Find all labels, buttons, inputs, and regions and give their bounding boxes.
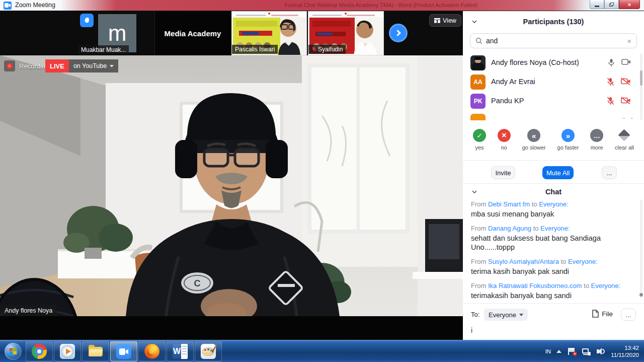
participants-actions: Invite Mute All ... (463, 166, 644, 180)
chat-header[interactable]: Chat (463, 185, 644, 198)
svg-text:C: C (194, 278, 201, 288)
nonverbal-feedback-bar: ✓ yes × no « go slower » go faster … m (463, 129, 644, 156)
participant-row[interactable]: AA Andy Ar Evrai (463, 73, 640, 92)
collapse-chevron-icon[interactable] (472, 189, 477, 194)
chevron-right-icon (394, 30, 401, 36)
chrome-icon (32, 344, 47, 359)
taskbar-zoom[interactable] (110, 341, 137, 361)
check-icon: ✓ (473, 129, 486, 142)
audience-dropdown[interactable]: Everyone (484, 309, 528, 321)
file-button[interactable]: File (592, 310, 613, 318)
search-input[interactable] (486, 37, 623, 45)
video-off-icon (621, 78, 631, 85)
taskbar-chrome[interactable] (26, 341, 53, 361)
video-on-icon (621, 58, 631, 65)
divider (463, 183, 644, 184)
participant-name-label: Muakbar Muak... (78, 45, 129, 54)
reaction-yes[interactable]: ✓ yes (473, 129, 486, 156)
thumbnail-muakbar[interactable]: m Muakbar Muak... (78, 11, 155, 55)
next-page-button[interactable] (389, 24, 408, 42)
taskbar-firefox[interactable] (138, 341, 166, 361)
participant-name-label: Pascalis Iswari (232, 45, 278, 54)
rewind-icon: « (527, 129, 540, 142)
close-button[interactable]: × (619, 0, 640, 9)
chat-more-button[interactable]: ... (621, 309, 636, 321)
reaction-more[interactable]: … more (590, 129, 603, 156)
network-icon[interactable] (582, 347, 591, 355)
zoom-app-icon (4, 2, 12, 10)
recording-indicator: Recording (4, 60, 49, 71)
participants-title: Participants (130) (463, 15, 644, 26)
participant-row[interactable]: PK Pandu KP (463, 92, 640, 111)
reaction-go-slower[interactable]: « go slower (522, 129, 546, 156)
time: 13:42 (611, 344, 639, 351)
live-badge[interactable]: LIVE on YouTube (45, 59, 118, 73)
chat-scrollbar-thumb[interactable] (639, 293, 643, 297)
view-grid-icon (434, 18, 440, 23)
date: 11/11/2020 (611, 351, 639, 358)
video-off-icon (621, 97, 631, 104)
ellipsis-icon: … (590, 129, 603, 142)
taskbar-file-explorer[interactable] (82, 341, 109, 361)
participants-scrollbar-thumb[interactable] (640, 70, 642, 86)
to-label: To: (471, 311, 479, 318)
windows-taskbar: W IN × 13:42 11/11/2020 (0, 340, 644, 362)
video-filmstrip: m Muakbar Muak... Media Academy (0, 11, 463, 55)
clock[interactable]: 13:42 11/11/2020 (611, 344, 639, 358)
view-button[interactable]: View (429, 14, 461, 27)
chat-input[interactable]: i (471, 326, 632, 334)
search-icon (475, 37, 482, 44)
restore-button[interactable] (604, 0, 619, 9)
divider (463, 303, 644, 304)
window-titlebar: Zoom Meeting Format Chat Webinar Media A… (0, 0, 644, 11)
reaction-go-faster[interactable]: » go faster (557, 129, 579, 156)
language-indicator[interactable]: IN (545, 348, 551, 354)
desktop: Zoom Meeting Format Chat Webinar Media A… (0, 0, 644, 362)
more-options-button[interactable]: ... (602, 166, 617, 179)
clear-all[interactable]: clear all (615, 129, 634, 156)
participants-search[interactable]: × (470, 33, 637, 48)
volume-icon[interactable] (596, 347, 605, 355)
start-button[interactable] (1, 341, 25, 361)
mute-all-button[interactable]: Mute All (542, 166, 574, 179)
muted-mic-icon (311, 47, 316, 52)
chat-scrollbar-track[interactable] (640, 199, 642, 298)
chat-message: From Debi Smart fm to Everyone: mba susi… (471, 200, 630, 219)
caret-down-icon (519, 314, 523, 316)
participants-scrollbar-track[interactable] (640, 53, 642, 120)
reaction-no[interactable]: × no (498, 129, 511, 156)
main-speaker-video: C (0, 55, 463, 316)
action-center-flag-icon[interactable]: × (567, 347, 576, 355)
participant-row[interactable]: Andy flores Noya (Co-host) (463, 53, 640, 73)
video-letterbox (0, 316, 463, 340)
thumbnail-pascalis[interactable]: Pascalis Iswari (231, 11, 307, 55)
clear-search-icon[interactable]: × (627, 37, 631, 45)
meeting-side-panel: Participants (130) × Andy flores Noya (C… (463, 11, 644, 340)
taskbar-media-player[interactable] (54, 341, 81, 361)
collapse-chevron-icon[interactable] (472, 19, 477, 24)
thumbnail-syaifudin[interactable]: Syaifudin (308, 11, 384, 55)
paint-icon (201, 344, 216, 359)
hidden-icons-arrow[interactable] (556, 350, 561, 353)
video-area: m Muakbar Muak... Media Academy (0, 11, 463, 340)
chat-messages: From Debi Smart fm to Everyone: mba susi… (471, 200, 630, 306)
invite-button[interactable]: Invite (491, 166, 515, 179)
fast-forward-icon: » (561, 129, 575, 142)
firefox-icon (144, 344, 159, 359)
minimize-button[interactable] (590, 0, 604, 9)
participants-header[interactable]: Participants (130) (463, 15, 644, 28)
taskbar-paint[interactable] (195, 341, 222, 361)
chat-message: From Danang Agung to Everyone: sehatt da… (471, 225, 630, 252)
raised-hand-icon (80, 14, 94, 27)
thumbnail-media-academy[interactable]: Media Academy (155, 11, 230, 55)
speaker-nametag: Andy flores Noya (0, 305, 57, 316)
system-tray: IN × 13:42 11/11/2020 (545, 340, 644, 362)
chat-title: Chat (463, 185, 644, 196)
background-window-title: Format Chat Webinar Media Academy TMA) -… (285, 2, 477, 8)
caret-down-icon (110, 65, 114, 67)
eraser-icon (618, 129, 631, 142)
taskbar-word[interactable]: W (167, 341, 194, 361)
cross-icon: × (498, 129, 511, 142)
partial-participant-icons: ~ ~ (622, 116, 635, 121)
partial-participant-avatar (470, 114, 486, 120)
